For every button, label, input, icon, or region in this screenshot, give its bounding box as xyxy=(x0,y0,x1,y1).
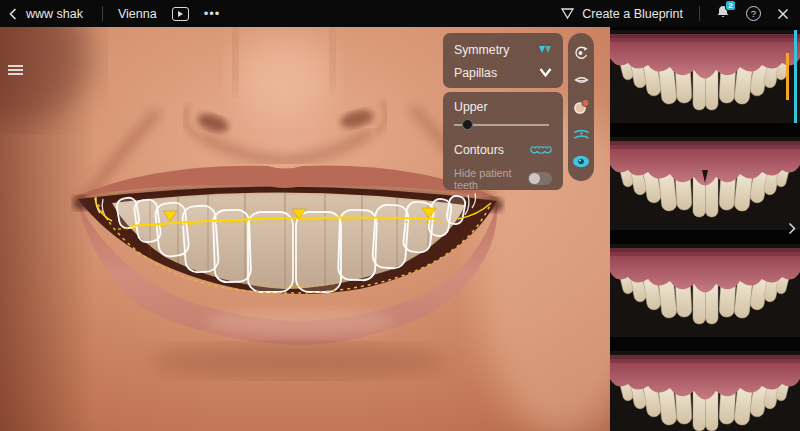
notifications-button[interactable]: 2 xyxy=(716,5,730,22)
scroll-indicator[interactable] xyxy=(794,30,797,123)
eye-icon xyxy=(572,155,590,168)
design-thumbnail-1[interactable] xyxy=(610,30,800,123)
close-button[interactable] xyxy=(777,8,789,20)
hide-patient-teeth-toggle[interactable] xyxy=(528,172,552,185)
active-range-indicator xyxy=(786,53,789,100)
lips-outline-button[interactable] xyxy=(572,71,590,89)
contours-row[interactable]: Contours xyxy=(454,138,552,161)
upper-label: Upper xyxy=(454,100,552,114)
contours-label: Contours xyxy=(454,143,504,157)
funnel-icon xyxy=(561,8,574,19)
papillas-row[interactable]: Papillas xyxy=(454,61,552,84)
symmetry-row[interactable]: Symmetry xyxy=(454,38,552,61)
canvas-menu-icon[interactable] xyxy=(8,65,23,78)
close-icon xyxy=(777,8,789,20)
design-thumbnail-4[interactable] xyxy=(610,351,800,431)
arch-contours-icon xyxy=(573,128,590,140)
notification-badge: 2 xyxy=(725,0,736,11)
case-title: www shak xyxy=(26,7,83,21)
help-button[interactable]: ? xyxy=(746,6,761,21)
contours-panel: Upper Contours Hide patient teeth xyxy=(443,92,563,190)
design-thumbnail-3[interactable] xyxy=(610,244,800,337)
lips-icon xyxy=(574,75,589,85)
shade-circles-icon xyxy=(573,99,590,114)
create-blueprint-button[interactable]: Create a Blueprint xyxy=(561,7,683,21)
arch-contours-button[interactable] xyxy=(572,125,590,143)
symmetry-icon xyxy=(539,46,552,54)
upper-slider-knob[interactable] xyxy=(462,119,473,130)
diastema-notch xyxy=(702,170,708,183)
design-thumbnail-2[interactable] xyxy=(610,137,800,230)
top-bar: www shak Vienna ••• Create a Blueprint xyxy=(0,0,800,27)
chevron-down-icon xyxy=(539,68,552,77)
papillas-label: Papillas xyxy=(454,66,497,80)
upper-slider[interactable] xyxy=(454,119,552,131)
collapse-sidebar-chevron[interactable] xyxy=(788,221,796,239)
help-label: ? xyxy=(751,8,756,19)
shade-picker-button[interactable] xyxy=(572,98,590,116)
hide-patient-teeth-label: Hide patient teeth xyxy=(454,167,528,191)
back-icon[interactable] xyxy=(9,8,17,20)
toggle-visibility-button[interactable] xyxy=(572,152,590,170)
divider xyxy=(102,6,103,21)
play-icon xyxy=(178,11,183,17)
face-rotate-button[interactable] xyxy=(572,44,590,62)
smile-design-app: www shak Vienna ••• Create a Blueprint xyxy=(0,0,800,431)
present-button[interactable] xyxy=(172,7,189,21)
design-gallery-sidebar[interactable] xyxy=(610,27,800,431)
more-options-icon[interactable]: ••• xyxy=(204,6,221,21)
project-name[interactable]: Vienna xyxy=(118,7,157,21)
symmetry-label: Symmetry xyxy=(454,43,509,57)
overlay-options-panel: Symmetry Papillas xyxy=(443,33,563,88)
view-toolbar xyxy=(568,33,594,181)
hide-patient-teeth-row: Hide patient teeth xyxy=(454,167,552,190)
divider xyxy=(699,6,700,21)
toggle-knob xyxy=(529,173,540,184)
contours-icon xyxy=(530,145,552,155)
face-rotate-icon xyxy=(573,45,589,61)
create-blueprint-label: Create a Blueprint xyxy=(582,7,683,21)
